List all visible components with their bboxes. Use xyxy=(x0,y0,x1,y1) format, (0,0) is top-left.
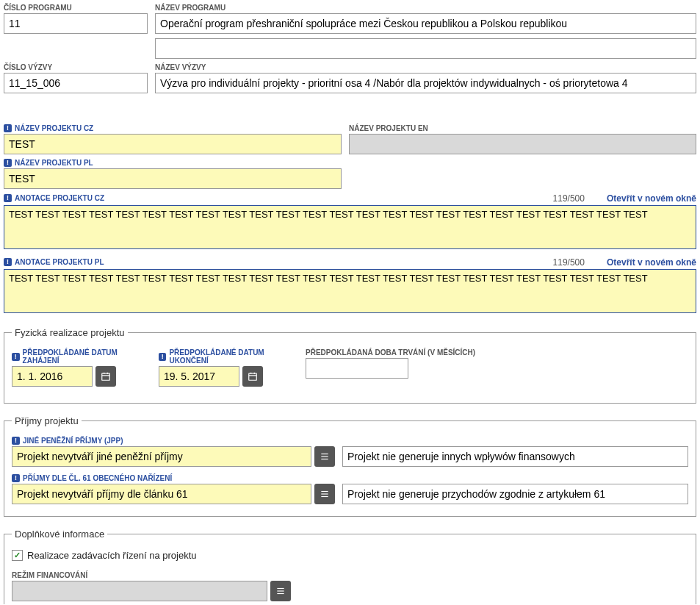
income-legend: Příjmy projektu xyxy=(12,415,82,426)
annotation-cz-textarea[interactable] xyxy=(4,205,696,249)
cl61-field[interactable] xyxy=(12,484,311,504)
income-fieldset: Příjmy projektu ! Jiné peněžní příjmy (J… xyxy=(4,415,696,517)
tender-checkbox-label: Realizace zadávacích řízení na projektu xyxy=(27,550,197,561)
program-extra-field[interactable] xyxy=(155,38,696,59)
cl61-translation-field xyxy=(342,484,688,504)
open-new-window-link[interactable]: Otevřít v novém okně xyxy=(607,193,696,204)
tender-checkbox[interactable]: ✓ xyxy=(12,550,23,561)
annotation-cz-counter: 119/500 xyxy=(553,193,585,204)
start-date-field[interactable] xyxy=(12,366,93,387)
svg-rect-0 xyxy=(102,373,110,380)
start-date-label: ! Předpokládané datum zahájení xyxy=(12,348,151,365)
duration-label: Předpokládaná doba trvání (v měsících) xyxy=(306,348,482,357)
annotation-cz-label: ! Anotace projektu CZ xyxy=(4,194,104,202)
jpp-translation-field xyxy=(342,446,688,467)
required-icon: ! xyxy=(4,258,12,266)
project-name-pl-label: ! Název projektu PL xyxy=(4,159,342,167)
end-date-label: ! Předpokládané datum ukončení xyxy=(159,348,298,365)
required-icon: ! xyxy=(12,353,20,361)
project-name-cz-field[interactable] xyxy=(4,134,342,154)
required-icon: ! xyxy=(4,124,12,132)
duration-field[interactable] xyxy=(306,358,408,379)
program-name-field[interactable] xyxy=(155,13,696,34)
project-name-en-field[interactable] xyxy=(349,134,696,154)
program-number-label: Číslo programu xyxy=(4,4,148,12)
list-icon[interactable] xyxy=(314,484,335,504)
calendar-icon[interactable] xyxy=(242,366,263,387)
calendar-icon[interactable] xyxy=(95,366,116,387)
call-number-field[interactable] xyxy=(4,73,148,93)
end-date-field[interactable] xyxy=(159,366,239,387)
list-icon[interactable] xyxy=(270,581,291,601)
additional-info-legend: Doplňkové informace xyxy=(12,529,107,540)
call-name-field[interactable] xyxy=(155,73,696,93)
required-icon: ! xyxy=(159,353,166,361)
additional-info-fieldset: Doplňkové informace ✓ Realizace zadávací… xyxy=(4,529,696,604)
financing-mode-label: Režim financování xyxy=(12,571,688,579)
required-icon: ! xyxy=(12,437,20,445)
annotation-pl-textarea[interactable] xyxy=(4,269,696,313)
project-name-cz-label: ! Název projektu CZ xyxy=(4,124,342,132)
call-name-label: Název výzvy xyxy=(155,63,696,71)
annotation-pl-label: ! Anotace projektu PL xyxy=(4,258,104,266)
physical-realization-legend: Fyzická realizace projektu xyxy=(12,327,128,338)
program-number-field[interactable] xyxy=(4,13,148,34)
annotation-pl-counter: 119/500 xyxy=(553,257,585,268)
jpp-label: ! Jiné peněžní příjmy (JPP) xyxy=(12,437,688,445)
program-name-label: Název programu xyxy=(155,4,696,12)
financing-mode-field[interactable] xyxy=(12,581,267,601)
svg-rect-4 xyxy=(249,373,257,380)
cl61-label: ! Příjmy dle čl. 61 obecného nařízení xyxy=(12,474,688,482)
required-icon: ! xyxy=(12,474,20,482)
call-number-label: Číslo výzvy xyxy=(4,63,148,71)
project-name-pl-field[interactable] xyxy=(4,168,342,189)
open-new-window-link[interactable]: Otevřít v novém okně xyxy=(607,257,696,268)
required-icon: ! xyxy=(4,194,12,202)
required-icon: ! xyxy=(4,159,12,167)
list-icon[interactable] xyxy=(314,446,335,467)
jpp-field[interactable] xyxy=(12,446,311,467)
physical-realization-fieldset: Fyzická realizace projektu ! Předpokláda… xyxy=(4,327,696,404)
project-name-en-label: Název projektu EN xyxy=(349,124,696,132)
